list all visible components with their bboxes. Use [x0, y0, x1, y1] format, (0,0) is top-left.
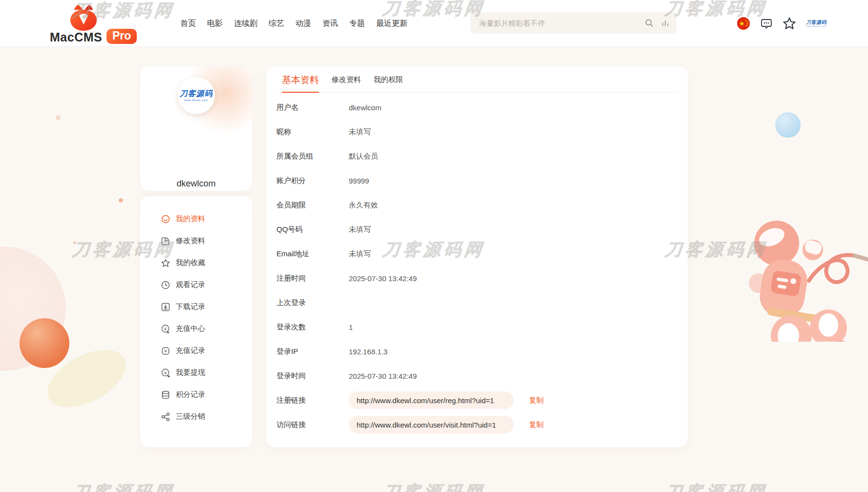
strawberry-logo-icon [67, 3, 100, 31]
field-row-nickname: 昵称 未填写 [266, 120, 688, 144]
field-row-visit-link: 访问链接 复制 [266, 412, 688, 437]
field-row-qq: QQ号码 未填写 [266, 217, 688, 242]
field-row-member-group: 所属会员组 默认会员 [266, 144, 688, 168]
svg-text:¥: ¥ [164, 326, 167, 331]
field-row-last-login: 上次登录 [266, 290, 688, 315]
field-row-account-points: 账户积分 99999 [266, 168, 688, 193]
svg-text:¥: ¥ [164, 370, 167, 375]
tab-my-permissions[interactable]: 我的权限 [374, 75, 403, 92]
field-row-member-term: 会员期限 永久有效 [266, 193, 688, 217]
astronaut-illustration [746, 205, 868, 342]
star-icon[interactable] [783, 17, 796, 30]
svg-text:¥: ¥ [164, 348, 167, 353]
nav-item-news[interactable]: 资讯 [322, 19, 338, 29]
field-row-username: 用户名 dkewlcom [266, 95, 688, 120]
dot-decoration [56, 115, 61, 120]
sidebar-menu: 我的资料 修改资料 我的收藏 观看记录 [140, 196, 252, 447]
top-navbar: MacCMS Pro 首页 电影 连续剧 综艺 动漫 资讯 专题 最近更新 [0, 0, 868, 47]
avatar-logo-text: 刀客源码 [180, 90, 213, 98]
share-icon [161, 412, 170, 422]
points-record-icon [161, 390, 170, 400]
username: dkewlcom [140, 179, 252, 189]
china-flag-icon[interactable] [737, 17, 750, 30]
download-icon [161, 302, 170, 312]
avatar-logo-url: www.dkewl.com [184, 99, 208, 102]
dot-decoration [119, 198, 123, 203]
field-row-login-ip: 登录IP 192.168.1.3 [266, 339, 688, 364]
profile-detail-panel: 基本资料 修改资料 我的权限 用户名 dkewlcom 昵称 未填写 所属会员组… [266, 66, 688, 447]
register-link-input[interactable] [349, 391, 514, 409]
visit-link-input[interactable] [349, 416, 514, 433]
sidebar-item-edit-profile[interactable]: 修改资料 [140, 230, 252, 252]
search-icon[interactable] [644, 18, 654, 28]
copy-register-link-button[interactable]: 复制 [529, 396, 544, 405]
search-input[interactable] [470, 19, 644, 27]
field-row-register-link: 注册链接 复制 [266, 388, 688, 412]
yellow-blob-decoration [38, 338, 135, 419]
trending-bars-icon[interactable] [661, 19, 670, 27]
sidebar-item-download-history[interactable]: 下载记录 [140, 296, 252, 318]
field-row-email: Email地址 未填写 [266, 242, 688, 266]
sidebar-item-recharge-record[interactable]: ¥ 充值记录 [140, 340, 252, 362]
sidebar-item-my-profile[interactable]: 我的资料 [140, 208, 252, 230]
main-nav: 首页 电影 连续剧 综艺 动漫 资讯 专题 最近更新 [180, 0, 407, 47]
message-icon[interactable] [760, 17, 773, 30]
sidebar-item-distribution[interactable]: 三级分销 [140, 406, 252, 428]
withdraw-icon: ¥ [161, 368, 170, 378]
watermark: 刀客源码网 [381, 481, 487, 492]
watermark: 刀客源码网 [71, 481, 176, 492]
blue-circle-decoration [775, 112, 801, 138]
dot-decoration [749, 273, 768, 293]
brand-badge: Pro [106, 29, 137, 44]
tab-edit-info[interactable]: 修改资料 [332, 75, 361, 92]
field-rows: 用户名 dkewlcom 昵称 未填写 所属会员组 默认会员 账户积分 9999… [266, 95, 688, 437]
field-row-login-time: 登录时间 2025-07-30 13:42:49 [266, 364, 688, 388]
copy-visit-link-button[interactable]: 复制 [529, 420, 544, 430]
sidebar-item-favorites[interactable]: 我的收藏 [140, 252, 252, 274]
nav-item-movies[interactable]: 电影 [207, 19, 223, 29]
tab-basic-info[interactable]: 基本资料 [282, 74, 319, 92]
profile-face-icon [161, 214, 170, 224]
nav-item-topics[interactable]: 专题 [349, 19, 365, 29]
nav-item-variety[interactable]: 综艺 [269, 19, 284, 29]
sidebar-item-watch-history[interactable]: 观看记录 [140, 274, 252, 296]
nav-item-recent[interactable]: 最近更新 [376, 19, 407, 29]
pink-blob-decoration [0, 246, 66, 371]
field-row-login-count: 登录次数 1 [266, 315, 688, 339]
tabbar: 基本资料 修改资料 我的权限 [277, 66, 677, 93]
sidebar-item-withdraw[interactable]: ¥ 我要提现 [140, 362, 252, 384]
nav-item-home[interactable]: 首页 [180, 19, 196, 29]
search-bar [470, 12, 677, 34]
profile-card: 刀客源码 www.dkewl.com dkewlcom 升级会员 99999 我… [140, 66, 252, 191]
header-icons: 刀客源码 www.dkewl.com [737, 0, 826, 47]
star-icon [161, 258, 170, 268]
recharge-record-icon: ¥ [161, 346, 170, 356]
sidebar-item-points-record[interactable]: 积分记录 [140, 384, 252, 406]
sidebar-item-recharge-center[interactable]: ¥ 充值中心 [140, 318, 252, 340]
avatar[interactable]: 刀客源码 www.dkewl.com [178, 77, 215, 114]
watermark: 刀客源码网 [664, 481, 769, 492]
clock-icon [161, 280, 170, 290]
recharge-center-icon: ¥ [161, 324, 170, 334]
dot-decoration [73, 241, 76, 244]
field-row-register-time: 注册时间 2025-07-30 13:42:49 [266, 266, 688, 290]
nav-item-anime[interactable]: 动漫 [296, 19, 311, 29]
nav-item-series[interactable]: 连续剧 [234, 19, 257, 29]
dkewl-mini-logo[interactable]: 刀客源码 www.dkewl.com [806, 20, 826, 27]
site-logo[interactable]: MacCMS Pro [49, 2, 142, 46]
orange-sphere-decoration [20, 318, 69, 368]
edit-icon [161, 236, 170, 246]
brand-name: MacCMS [50, 30, 102, 44]
